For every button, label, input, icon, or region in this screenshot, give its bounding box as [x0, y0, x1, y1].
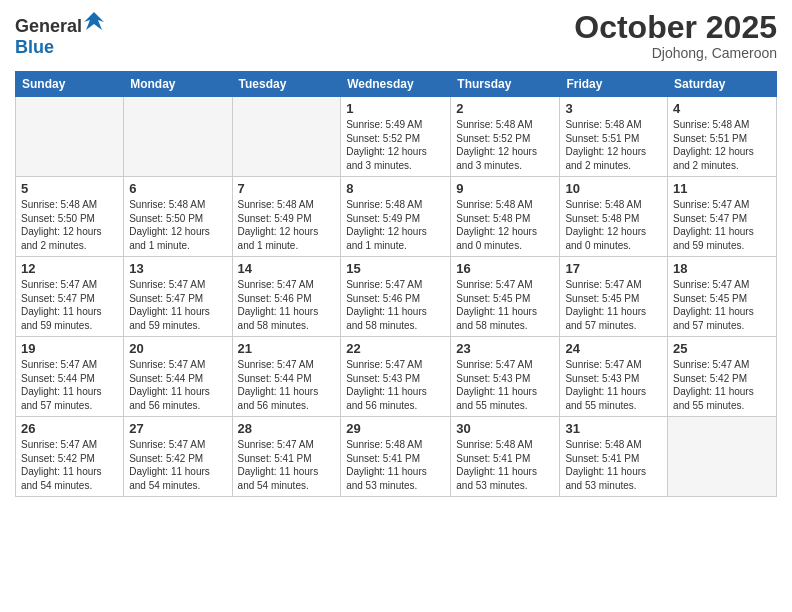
day-number: 17 — [565, 261, 662, 276]
day-number: 12 — [21, 261, 118, 276]
calendar-cell: 27Sunrise: 5:47 AM Sunset: 5:42 PM Dayli… — [124, 417, 232, 497]
day-number: 15 — [346, 261, 445, 276]
day-info: Sunrise: 5:48 AM Sunset: 5:41 PM Dayligh… — [456, 438, 554, 492]
calendar-cell: 18Sunrise: 5:47 AM Sunset: 5:45 PM Dayli… — [668, 257, 777, 337]
calendar-cell: 26Sunrise: 5:47 AM Sunset: 5:42 PM Dayli… — [16, 417, 124, 497]
calendar-cell: 24Sunrise: 5:47 AM Sunset: 5:43 PM Dayli… — [560, 337, 668, 417]
day-info: Sunrise: 5:47 AM Sunset: 5:47 PM Dayligh… — [673, 198, 771, 252]
day-number: 10 — [565, 181, 662, 196]
calendar-cell: 8Sunrise: 5:48 AM Sunset: 5:49 PM Daylig… — [341, 177, 451, 257]
col-tuesday: Tuesday — [232, 72, 341, 97]
svg-marker-0 — [84, 12, 104, 30]
day-number: 8 — [346, 181, 445, 196]
week-row-4: 19Sunrise: 5:47 AM Sunset: 5:44 PM Dayli… — [16, 337, 777, 417]
day-info: Sunrise: 5:48 AM Sunset: 5:52 PM Dayligh… — [456, 118, 554, 172]
day-number: 13 — [129, 261, 226, 276]
day-info: Sunrise: 5:47 AM Sunset: 5:42 PM Dayligh… — [673, 358, 771, 412]
col-wednesday: Wednesday — [341, 72, 451, 97]
page: General Blue October 2025 Djohong, Camer… — [0, 0, 792, 612]
col-monday: Monday — [124, 72, 232, 97]
day-info: Sunrise: 5:47 AM Sunset: 5:45 PM Dayligh… — [565, 278, 662, 332]
day-number: 2 — [456, 101, 554, 116]
col-friday: Friday — [560, 72, 668, 97]
col-saturday: Saturday — [668, 72, 777, 97]
day-number: 16 — [456, 261, 554, 276]
day-info: Sunrise: 5:47 AM Sunset: 5:42 PM Dayligh… — [129, 438, 226, 492]
calendar-cell: 13Sunrise: 5:47 AM Sunset: 5:47 PM Dayli… — [124, 257, 232, 337]
calendar-cell — [232, 97, 341, 177]
calendar-table: Sunday Monday Tuesday Wednesday Thursday… — [15, 71, 777, 497]
calendar-cell: 19Sunrise: 5:47 AM Sunset: 5:44 PM Dayli… — [16, 337, 124, 417]
col-sunday: Sunday — [16, 72, 124, 97]
calendar-cell: 22Sunrise: 5:47 AM Sunset: 5:43 PM Dayli… — [341, 337, 451, 417]
calendar-cell: 9Sunrise: 5:48 AM Sunset: 5:48 PM Daylig… — [451, 177, 560, 257]
day-number: 25 — [673, 341, 771, 356]
calendar-cell: 4Sunrise: 5:48 AM Sunset: 5:51 PM Daylig… — [668, 97, 777, 177]
day-number: 5 — [21, 181, 118, 196]
day-info: Sunrise: 5:48 AM Sunset: 5:51 PM Dayligh… — [673, 118, 771, 172]
day-number: 14 — [238, 261, 336, 276]
logo-general: General — [15, 10, 104, 37]
day-info: Sunrise: 5:47 AM Sunset: 5:43 PM Dayligh… — [346, 358, 445, 412]
day-info: Sunrise: 5:47 AM Sunset: 5:43 PM Dayligh… — [565, 358, 662, 412]
col-thursday: Thursday — [451, 72, 560, 97]
day-info: Sunrise: 5:48 AM Sunset: 5:51 PM Dayligh… — [565, 118, 662, 172]
day-number: 1 — [346, 101, 445, 116]
day-info: Sunrise: 5:48 AM Sunset: 5:49 PM Dayligh… — [346, 198, 445, 252]
day-info: Sunrise: 5:47 AM Sunset: 5:46 PM Dayligh… — [346, 278, 445, 332]
day-info: Sunrise: 5:48 AM Sunset: 5:41 PM Dayligh… — [346, 438, 445, 492]
day-info: Sunrise: 5:48 AM Sunset: 5:49 PM Dayligh… — [238, 198, 336, 252]
day-info: Sunrise: 5:47 AM Sunset: 5:45 PM Dayligh… — [456, 278, 554, 332]
calendar-cell — [124, 97, 232, 177]
day-info: Sunrise: 5:47 AM Sunset: 5:46 PM Dayligh… — [238, 278, 336, 332]
calendar-cell: 28Sunrise: 5:47 AM Sunset: 5:41 PM Dayli… — [232, 417, 341, 497]
calendar-cell: 31Sunrise: 5:48 AM Sunset: 5:41 PM Dayli… — [560, 417, 668, 497]
day-info: Sunrise: 5:47 AM Sunset: 5:45 PM Dayligh… — [673, 278, 771, 332]
day-number: 18 — [673, 261, 771, 276]
day-info: Sunrise: 5:48 AM Sunset: 5:48 PM Dayligh… — [565, 198, 662, 252]
week-row-2: 5Sunrise: 5:48 AM Sunset: 5:50 PM Daylig… — [16, 177, 777, 257]
calendar-cell: 16Sunrise: 5:47 AM Sunset: 5:45 PM Dayli… — [451, 257, 560, 337]
day-info: Sunrise: 5:48 AM Sunset: 5:50 PM Dayligh… — [129, 198, 226, 252]
day-number: 22 — [346, 341, 445, 356]
day-number: 9 — [456, 181, 554, 196]
day-info: Sunrise: 5:48 AM Sunset: 5:48 PM Dayligh… — [456, 198, 554, 252]
logo: General Blue — [15, 10, 104, 58]
calendar-header-row: Sunday Monday Tuesday Wednesday Thursday… — [16, 72, 777, 97]
day-number: 24 — [565, 341, 662, 356]
week-row-5: 26Sunrise: 5:47 AM Sunset: 5:42 PM Dayli… — [16, 417, 777, 497]
day-info: Sunrise: 5:49 AM Sunset: 5:52 PM Dayligh… — [346, 118, 445, 172]
calendar-cell: 2Sunrise: 5:48 AM Sunset: 5:52 PM Daylig… — [451, 97, 560, 177]
week-row-3: 12Sunrise: 5:47 AM Sunset: 5:47 PM Dayli… — [16, 257, 777, 337]
day-number: 21 — [238, 341, 336, 356]
header: General Blue October 2025 Djohong, Camer… — [15, 10, 777, 61]
calendar-cell — [668, 417, 777, 497]
day-info: Sunrise: 5:48 AM Sunset: 5:41 PM Dayligh… — [565, 438, 662, 492]
calendar-cell: 29Sunrise: 5:48 AM Sunset: 5:41 PM Dayli… — [341, 417, 451, 497]
calendar-cell: 20Sunrise: 5:47 AM Sunset: 5:44 PM Dayli… — [124, 337, 232, 417]
calendar-cell: 1Sunrise: 5:49 AM Sunset: 5:52 PM Daylig… — [341, 97, 451, 177]
day-number: 26 — [21, 421, 118, 436]
calendar-cell: 23Sunrise: 5:47 AM Sunset: 5:43 PM Dayli… — [451, 337, 560, 417]
day-number: 4 — [673, 101, 771, 116]
calendar-cell: 17Sunrise: 5:47 AM Sunset: 5:45 PM Dayli… — [560, 257, 668, 337]
day-number: 20 — [129, 341, 226, 356]
day-info: Sunrise: 5:48 AM Sunset: 5:50 PM Dayligh… — [21, 198, 118, 252]
day-info: Sunrise: 5:47 AM Sunset: 5:43 PM Dayligh… — [456, 358, 554, 412]
calendar-cell: 30Sunrise: 5:48 AM Sunset: 5:41 PM Dayli… — [451, 417, 560, 497]
calendar-cell: 6Sunrise: 5:48 AM Sunset: 5:50 PM Daylig… — [124, 177, 232, 257]
day-info: Sunrise: 5:47 AM Sunset: 5:44 PM Dayligh… — [238, 358, 336, 412]
calendar-cell: 7Sunrise: 5:48 AM Sunset: 5:49 PM Daylig… — [232, 177, 341, 257]
logo-blue: Blue — [15, 37, 104, 58]
day-info: Sunrise: 5:47 AM Sunset: 5:47 PM Dayligh… — [21, 278, 118, 332]
calendar-cell: 5Sunrise: 5:48 AM Sunset: 5:50 PM Daylig… — [16, 177, 124, 257]
calendar-cell: 25Sunrise: 5:47 AM Sunset: 5:42 PM Dayli… — [668, 337, 777, 417]
title-block: October 2025 Djohong, Cameroon — [574, 10, 777, 61]
day-info: Sunrise: 5:47 AM Sunset: 5:44 PM Dayligh… — [129, 358, 226, 412]
calendar-cell: 12Sunrise: 5:47 AM Sunset: 5:47 PM Dayli… — [16, 257, 124, 337]
calendar-cell: 21Sunrise: 5:47 AM Sunset: 5:44 PM Dayli… — [232, 337, 341, 417]
day-number: 23 — [456, 341, 554, 356]
day-info: Sunrise: 5:47 AM Sunset: 5:47 PM Dayligh… — [129, 278, 226, 332]
day-number: 31 — [565, 421, 662, 436]
calendar-cell — [16, 97, 124, 177]
